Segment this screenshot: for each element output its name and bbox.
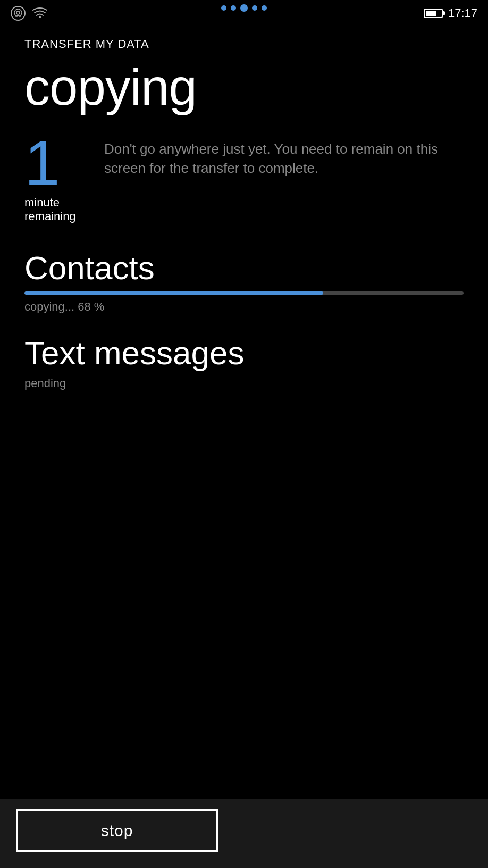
time-remaining: 1 minute remaining	[24, 134, 88, 223]
bottom-bar: stop	[0, 799, 488, 868]
page-title: TRANSFER MY DATA	[24, 37, 464, 51]
dot-1	[221, 5, 226, 11]
dot-2	[231, 5, 236, 11]
info-text: Don't go anywhere just yet. You need to …	[104, 134, 464, 178]
dot-5	[262, 5, 267, 11]
top-dots	[221, 4, 267, 12]
transfer-item-contacts: Contacts copying... 68 %	[24, 250, 464, 314]
clock: 17:17	[448, 6, 477, 20]
time-number: 1	[24, 134, 60, 191]
info-section: 1 minute remaining Don't go anywhere jus…	[24, 134, 464, 223]
status-bar-right: 17:17	[424, 6, 477, 20]
main-content: TRANSFER MY DATA copying 1 minute remain…	[0, 27, 488, 390]
dot-3	[240, 4, 248, 12]
status-bar-left	[11, 6, 48, 21]
wifi-icon	[32, 6, 48, 21]
stop-button[interactable]: stop	[16, 809, 218, 852]
time-label: minute remaining	[24, 196, 88, 223]
dot-4	[252, 5, 257, 11]
main-heading: copying	[24, 62, 464, 113]
contacts-label: Contacts	[24, 250, 464, 286]
svg-point-0	[16, 11, 20, 14]
contacts-progress-fill	[24, 291, 323, 295]
messages-label: Text messages	[24, 335, 464, 371]
contacts-progress-bar	[24, 291, 464, 295]
svg-point-1	[39, 16, 41, 18]
app-icon	[11, 6, 26, 21]
status-bar: 17:17	[0, 0, 488, 27]
battery-icon	[424, 9, 443, 18]
messages-status: pending	[24, 377, 464, 390]
transfer-item-messages: Text messages pending	[24, 335, 464, 390]
contacts-status: copying... 68 %	[24, 300, 464, 314]
